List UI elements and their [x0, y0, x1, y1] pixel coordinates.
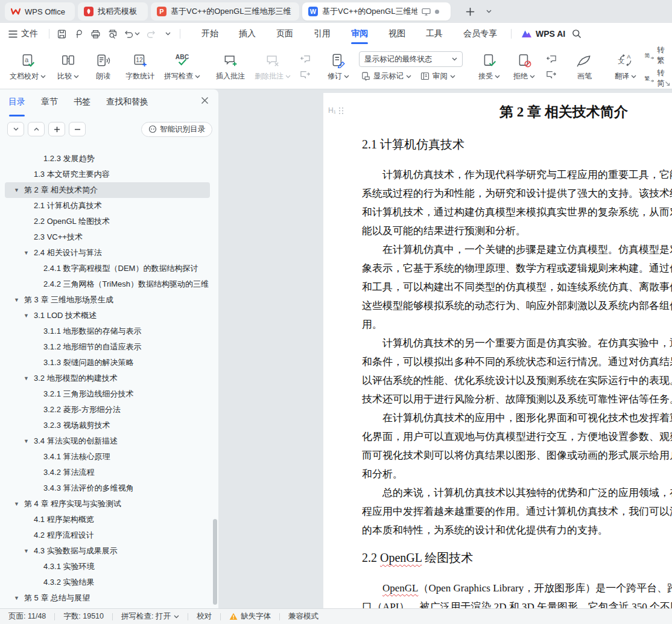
word-count-indicator[interactable]: 字数: 19510 — [55, 611, 112, 622]
toc-item[interactable]: 3.4.1 算法核心原理 — [5, 449, 210, 465]
next-comment-button[interactable] — [299, 69, 312, 81]
toc-item[interactable]: 2.3 VC++技术 — [5, 229, 210, 245]
toc-item[interactable]: 4.1 程序架构概览 — [5, 512, 210, 527]
read-aloud-button[interactable]: 朗读 — [86, 51, 120, 83]
track-changes-button[interactable]: 修订 — [322, 51, 355, 83]
file-menu-button[interactable]: 文件 — [0, 23, 45, 45]
reject-revision-button[interactable]: 拒绝 — [507, 51, 541, 83]
tab-insert[interactable]: 插入 — [229, 23, 266, 45]
tab-review[interactable]: 审阅 — [341, 23, 378, 45]
collapse-arrow-icon[interactable]: ▼ — [14, 187, 19, 193]
spell-check-button[interactable]: ABC 拼写检查 — [160, 51, 204, 83]
toc-item[interactable]: 4.2 程序流程设计 — [5, 527, 210, 543]
toc-item[interactable]: ▼第 2 章 相关技术简介 — [5, 182, 210, 198]
collapse-arrow-icon[interactable]: ▼ — [24, 548, 29, 554]
review-pane-button[interactable]: 审阅 — [418, 70, 457, 83]
collapse-arrow-icon[interactable]: ▼ — [24, 313, 29, 319]
collapse-arrow-icon[interactable]: ▼ — [24, 375, 29, 381]
simplified-to-traditional-button[interactable]: 简 转繁 — [644, 45, 668, 66]
toc-item[interactable]: ▼2.4 相关设计与算法 — [5, 245, 210, 261]
tab-home[interactable]: 开始 — [191, 23, 229, 45]
quick-access-more-chevron[interactable] — [159, 26, 176, 42]
toc-item[interactable]: 3.2.2 菱形-方形细分法 — [5, 402, 210, 418]
toc-item[interactable]: 2.4.1 数字高程模型（DEM）的数据结构探讨 — [5, 261, 210, 276]
translate-button[interactable]: 文 A 翻译 — [609, 51, 642, 83]
collapse-arrow-icon[interactable]: ▼ — [14, 595, 19, 601]
new-tab-button[interactable] — [462, 4, 478, 19]
previous-comment-button[interactable] — [299, 53, 312, 65]
page-indicator[interactable]: 页面: 11/48 — [8, 611, 54, 622]
sidebar-tab-bookmarks[interactable]: 书签 — [74, 97, 90, 112]
wps-ai-button[interactable]: WPS AI — [521, 29, 565, 39]
toc-item[interactable]: 3.1.3 裂缝问题的解决策略 — [5, 355, 210, 371]
toc-item[interactable]: 2.1 计算机仿真技术 — [5, 198, 210, 214]
toc-item[interactable]: 3.4.3 算法评价的多维视角 — [5, 480, 210, 496]
toc-item[interactable]: ▼第 3 章 三维地形场景生成 — [5, 292, 210, 308]
tab-page[interactable]: 页面 — [266, 23, 303, 45]
insert-comment-button[interactable]: 插入批注 — [212, 51, 249, 83]
undo-button[interactable] — [121, 26, 142, 42]
toc-item[interactable]: ▼4.3 实验数据与成果展示 — [5, 543, 210, 559]
collapse-all-button[interactable] — [28, 122, 45, 136]
toc-item[interactable]: ▼第 4 章 程序实现与实验测试 — [5, 496, 210, 512]
toc-item[interactable]: 4.3.2 实验结果 — [5, 575, 210, 590]
tab-list-chevron[interactable] — [481, 4, 496, 19]
accept-revision-button[interactable]: 接受 — [472, 51, 506, 83]
document-page[interactable]: H₁ 第 2 章 相关技术简介 2.1 计算机仿真技术计算机仿真技术，作为现代科… — [323, 93, 672, 608]
sidebar-tab-chapters[interactable]: 章节 — [41, 97, 58, 112]
expand-all-button[interactable] — [7, 122, 24, 136]
sidebar-tab-find-replace[interactable]: 查找和替换 — [106, 97, 148, 112]
sidebar-close-button[interactable] — [201, 97, 209, 104]
toc-item[interactable]: ▼第 5 章 总结与展望 — [5, 590, 210, 606]
tab-writer-doc-active[interactable]: W 基于VC++的OpenGL三维地形 — [302, 2, 451, 21]
search-button[interactable] — [571, 28, 582, 39]
word-count-button[interactable]: 12 字数统计 — [121, 51, 159, 83]
shared-screen-icon[interactable] — [422, 8, 431, 16]
toc-item[interactable]: 3.2.1 三角形边线细分技术 — [5, 386, 210, 402]
proofing-indicator[interactable]: 校对 — [188, 611, 220, 622]
tab-docer-templates[interactable]: 找稻壳模板 — [78, 2, 148, 21]
toc-item[interactable]: 3.1.2 地形细节的自适应表示 — [5, 339, 210, 355]
drag-handle-icon[interactable] — [338, 107, 344, 115]
toc-item[interactable]: 3.1.1 地形数据的存储与表示 — [5, 323, 210, 339]
compare-button[interactable]: 比较 — [51, 51, 85, 83]
tab-wps-home[interactable]: WPS Office — [5, 2, 75, 21]
toc-item[interactable]: ▼3.2 地形模型的构建技术 — [5, 371, 210, 386]
toc-item[interactable]: 2.2 OpenGL 绘图技术 — [5, 214, 210, 229]
tab-tools[interactable]: 工具 — [416, 23, 453, 45]
print-preview-button[interactable] — [104, 26, 121, 42]
decrease-level-button[interactable] — [69, 122, 86, 136]
increase-level-button[interactable] — [48, 122, 65, 136]
sidebar-scrollbar-thumb[interactable] — [213, 519, 217, 605]
toc-item[interactable]: 3.2.3 视场裁剪技术 — [5, 418, 210, 433]
print-button[interactable] — [87, 26, 104, 42]
next-revision-button[interactable] — [545, 69, 558, 81]
tab-view[interactable]: 视图 — [378, 23, 416, 45]
collapse-arrow-icon[interactable]: ▼ — [24, 250, 29, 256]
tab-membership[interactable]: 会员专享 — [453, 23, 507, 45]
markup-state-select[interactable]: 显示标记的最终状态 — [359, 51, 463, 67]
tab-presentation-doc[interactable]: P 基于VC++的OpenGL三维地形三维可 — [151, 2, 299, 21]
save-button[interactable] — [53, 26, 70, 42]
spellcheck-indicator[interactable]: 拼写检查: 打开 — [113, 611, 188, 622]
doc-proofing-button[interactable]: a 文档校对 — [5, 51, 50, 83]
previous-revision-button[interactable] — [545, 53, 558, 65]
compat-mode-indicator[interactable]: 兼容模式 — [280, 611, 327, 622]
toc-item[interactable]: ▼3.4 算法实现的创新描述 — [5, 433, 210, 449]
show-markup-button[interactable]: 显示标记 — [359, 70, 413, 83]
collapse-arrow-icon[interactable]: ▼ — [24, 438, 29, 444]
group-expand-arrow[interactable] — [665, 81, 670, 86]
toc-item[interactable]: 3.4.2 算法流程 — [5, 465, 210, 480]
missing-font-indicator[interactable]: 缺失字体 — [221, 611, 279, 622]
collapse-arrow-icon[interactable]: ▼ — [14, 297, 19, 303]
toc-item[interactable]: 2.4.2 三角网格（TriMesh）数据结构驱动的三维 ... — [5, 276, 210, 292]
collapse-arrow-icon[interactable]: ▼ — [14, 501, 19, 507]
heading-level-marker[interactable]: H₁ — [328, 106, 344, 115]
tab-reference[interactable]: 引用 — [303, 23, 341, 45]
toc-item[interactable]: 4.3.1 实验环境 — [5, 559, 210, 575]
undo-chevron[interactable] — [135, 32, 140, 36]
toc-item[interactable]: ▼3.1 LOD 技术概述 — [5, 308, 210, 323]
sidebar-tab-contents[interactable]: 目录 — [8, 97, 25, 112]
toc-item[interactable]: 1.2.3 发展趋势 — [5, 151, 210, 167]
ink-pen-button[interactable]: 画笔 — [568, 51, 601, 83]
